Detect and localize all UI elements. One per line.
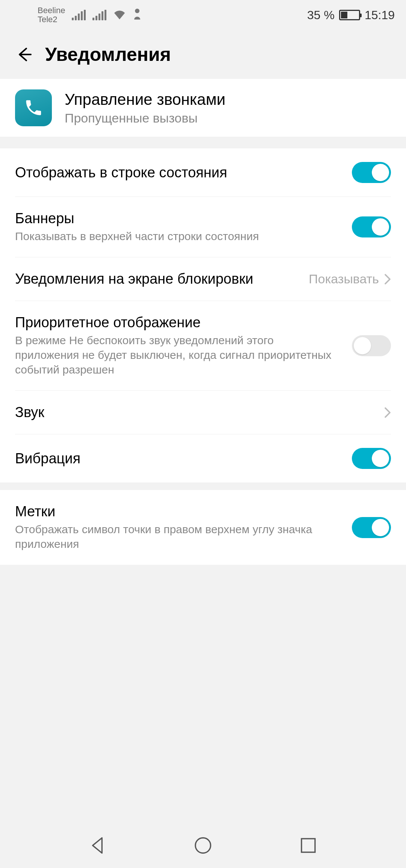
row-subtitle: Отображать символ точки в правом верхнем… [15,522,341,551]
row-banners[interactable]: Баннеры Показывать в верхней части строк… [15,197,391,257]
row-lockscreen-notifications[interactable]: Уведомления на экране блокировки Показыв… [15,257,391,301]
status-bar: Beeline Tele2 35 % 15:19 [0,0,406,30]
row-title: Уведомления на экране блокировки [15,271,297,287]
row-title: Баннеры [15,210,341,227]
section-divider [0,137,406,148]
carrier-2: Tele2 [38,15,65,24]
carrier-names: Beeline Tele2 [38,6,65,24]
row-title: Приоритетное отображение [15,315,341,331]
toggle-vibration[interactable] [352,448,391,469]
navigation-bar [0,823,406,868]
phone-app-icon [15,89,52,126]
row-title: Звук [15,404,373,420]
svg-rect-2 [301,839,315,852]
row-subtitle: В режиме Не беспокоить звук уведомлений … [15,333,341,377]
nav-home-button[interactable] [193,835,213,856]
svg-point-1 [195,838,211,853]
row-title: Метки [15,504,341,520]
clock: 15:19 [365,8,395,22]
svg-point-0 [135,9,139,13]
signal-icon-1 [72,10,86,20]
row-title: Вибрация [15,451,341,467]
status-right: 35 % 15:19 [307,8,395,22]
app-title: Управление звонками [65,91,226,109]
status-left: Beeline Tele2 [38,6,142,24]
toggle-badges[interactable] [352,517,391,538]
battery-percent: 35 % [307,8,335,22]
settings-list-2: Метки Отображать символ точки в правом в… [0,490,406,565]
row-show-in-status-bar[interactable]: Отображать в строке состояния [15,148,391,197]
toggle-show-in-status-bar[interactable] [352,162,391,183]
row-vibration[interactable]: Вибрация [15,434,391,482]
notification-icon [133,8,142,22]
row-value: Показывать [309,272,379,286]
carrier-1: Beeline [38,6,65,15]
row-sound[interactable]: Звук [15,391,391,434]
header: Уведомления [0,30,406,79]
chevron-right-icon [384,274,391,285]
battery-icon [339,10,360,20]
app-subtitle: Пропущенные вызовы [65,111,226,126]
nav-recent-button[interactable] [298,835,318,856]
row-priority-display[interactable]: Приоритетное отображение В режиме Не бес… [15,301,391,391]
page-title: Уведомления [45,44,171,65]
nav-back-button[interactable] [88,835,108,856]
toggle-priority[interactable] [352,335,391,356]
back-button[interactable] [11,42,37,67]
row-subtitle: Показывать в верхней части строки состоя… [15,229,341,243]
settings-list-1: Отображать в строке состояния Баннеры По… [0,148,406,482]
toggle-banners[interactable] [352,216,391,237]
row-badges[interactable]: Метки Отображать символ точки в правом в… [15,490,391,565]
chevron-right-icon [384,407,391,418]
section-divider [0,482,406,490]
signal-icon-2 [92,10,106,20]
wifi-icon [113,10,126,20]
app-info-row[interactable]: Управление звонками Пропущенные вызовы [0,79,406,137]
row-title: Отображать в строке состояния [15,165,341,181]
